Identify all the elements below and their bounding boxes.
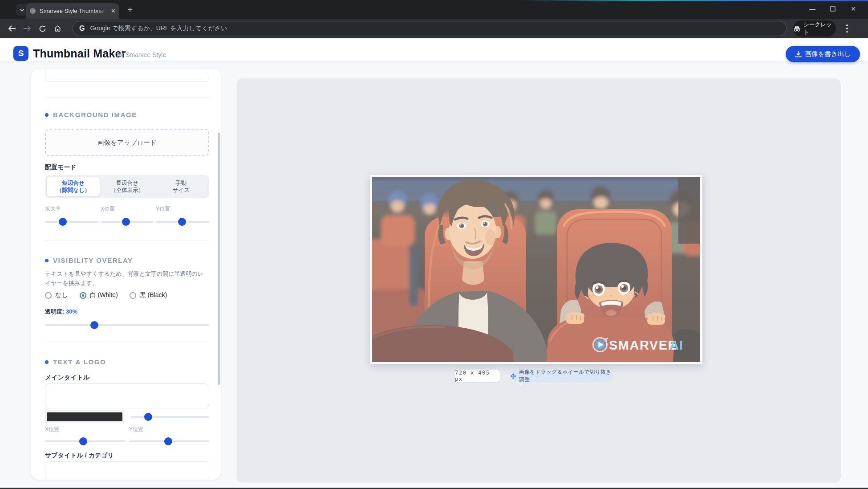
scale-slider[interactable] <box>45 221 98 223</box>
x-position-slider-thumb[interactable] <box>122 218 130 226</box>
placement-mode-tabs: 短辺合せ （隙間なし） 長辺合せ （全体表示） 手動 サイズ <box>45 175 209 198</box>
bullet-icon <box>45 360 49 364</box>
y-position-slider[interactable] <box>156 221 209 223</box>
section-text-logo: TEXT & LOGO <box>45 358 106 366</box>
reload-icon[interactable] <box>35 21 50 36</box>
title-x-slider[interactable] <box>45 440 125 442</box>
preview-image[interactable]: SMARVEE AI <box>370 175 702 364</box>
new-tab-button[interactable]: + <box>125 4 135 15</box>
divider <box>45 240 209 240</box>
download-icon <box>795 51 802 57</box>
export-image-button[interactable]: 画像を書き出し <box>786 46 860 62</box>
address-bar-placeholder: Google で検索するか、URL を入力してください <box>90 24 227 33</box>
section-visibility-overlay: VISIBILITY OVERLAY <box>45 257 133 264</box>
radio-circle-icon <box>130 292 136 299</box>
tab-manual-size[interactable]: 手動 サイズ <box>154 177 207 196</box>
theater-scene-image: SMARVEE AI <box>372 177 700 362</box>
bullet-icon <box>45 113 49 117</box>
title-x-slider-thumb[interactable] <box>79 437 87 445</box>
app-subtitle: for Smarvee Style <box>117 51 166 58</box>
home-icon[interactable] <box>50 21 65 36</box>
radio-circle-icon <box>45 292 52 299</box>
forward-icon[interactable] <box>20 21 35 36</box>
title-color-swatch <box>47 412 122 421</box>
window-top-edge <box>0 0 868 1</box>
overlay-description: テキストを見やすくするため、背景と文字の間に半透明のレイヤーを挟みます。 <box>45 269 209 288</box>
browser-window: Smarvee Style Thumbnail Make ✕ + — ✕ G G… <box>0 0 868 489</box>
back-icon[interactable] <box>4 21 20 36</box>
address-bar[interactable]: G Google で検索するか、URL を入力してください <box>73 21 787 36</box>
browser-tab[interactable]: Smarvee Style Thumbnail Make ✕ <box>26 3 119 19</box>
title-size-slider[interactable] <box>131 416 209 418</box>
radio-white[interactable]: 白 (White) <box>80 291 118 299</box>
section-background-image: BACKGROUND IMAGE <box>45 111 137 118</box>
opacity-slider[interactable] <box>45 324 209 326</box>
tab-fit-short-side[interactable]: 短辺合せ （隙間なし） <box>47 177 100 196</box>
close-window-button[interactable]: ✕ <box>843 0 864 18</box>
incognito-badge: シークレット <box>793 20 836 37</box>
move-icon <box>511 373 516 379</box>
title-color-picker[interactable] <box>45 411 124 423</box>
clipped-input[interactable] <box>45 68 209 82</box>
incognito-label: シークレット <box>803 21 836 36</box>
incognito-icon <box>793 26 801 32</box>
x-position-label: X位置 <box>101 205 115 213</box>
upload-image-button[interactable]: 画像をアップロード <box>45 129 209 156</box>
y-position-slider-thumb[interactable] <box>178 218 186 226</box>
opacity-slider-thumb[interactable] <box>90 321 98 329</box>
divider <box>45 342 209 342</box>
main-title-label: メインタイトル <box>45 374 89 382</box>
scale-slider-thumb[interactable] <box>59 218 67 226</box>
window-controls: — ✕ <box>802 0 864 18</box>
white-overlay <box>372 177 700 362</box>
y-position-label: Y位置 <box>156 205 170 213</box>
google-g-icon: G <box>79 24 85 33</box>
tab-fit-long-side[interactable]: 長辺合せ （全体表示） <box>101 177 154 196</box>
title-y-label: Y位置 <box>129 426 143 433</box>
canvas-size-badge: 720 x 405 px <box>455 370 500 382</box>
maximize-button[interactable] <box>823 0 843 18</box>
favicon-globe-icon <box>29 8 36 14</box>
radio-black[interactable]: 黒 (Black) <box>130 291 167 299</box>
title-y-slider[interactable] <box>129 440 209 442</box>
tab-close-icon[interactable]: ✕ <box>111 8 116 14</box>
sidebar-scrollbar[interactable] <box>218 133 220 385</box>
x-position-slider[interactable] <box>101 221 153 223</box>
minimize-button[interactable]: — <box>802 0 823 18</box>
settings-sidebar: BACKGROUND IMAGE 画像をアップロード 配置モード 短辺合せ （隙… <box>31 68 221 480</box>
tab-title: Smarvee Style Thumbnail Make <box>40 8 105 14</box>
divider <box>45 98 209 98</box>
radio-none[interactable]: なし <box>45 291 68 299</box>
browser-menu-icon[interactable] <box>844 24 850 33</box>
title-x-label: X位置 <box>45 426 59 433</box>
opacity-value: 30% <box>66 308 77 315</box>
title-size-slider-thumb[interactable] <box>144 413 152 421</box>
main-title-input[interactable] <box>45 383 209 408</box>
radio-circle-icon <box>80 292 86 299</box>
drag-hint-badge: 画像をドラッグ＆ホイールで切り抜き調整 <box>511 370 613 382</box>
app-title: Thumbnail Maker <box>33 47 126 60</box>
overlay-color-radios: なし 白 (White) 黒 (Black) <box>45 291 209 299</box>
title-y-slider-thumb[interactable] <box>164 437 172 445</box>
subtitle-input[interactable] <box>45 461 209 480</box>
scale-label: 拡大率 <box>45 205 61 213</box>
placement-mode-label: 配置モード <box>45 163 77 171</box>
bullet-icon <box>45 259 49 262</box>
opacity-label: 透明度: 30% <box>45 308 77 316</box>
app-logo: S <box>13 46 28 61</box>
subtitle-label: サブタイトル / カテゴリ <box>45 452 114 460</box>
